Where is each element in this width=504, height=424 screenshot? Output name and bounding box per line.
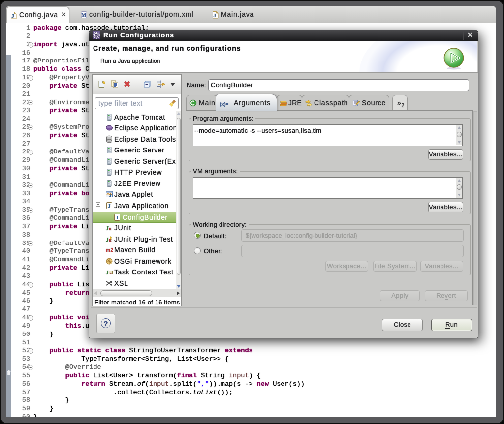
svg-text:J: J	[213, 12, 216, 18]
svg-text:J: J	[109, 193, 112, 198]
svg-text:J: J	[106, 269, 109, 276]
svg-text:M: M	[81, 12, 86, 18]
svg-text:u: u	[109, 226, 112, 231]
svg-text:m2: m2	[106, 247, 113, 253]
svg-text:J: J	[116, 214, 119, 220]
svg-text:J: J	[11, 13, 14, 19]
svg-text:J: J	[108, 203, 111, 209]
svg-text:u: u	[110, 271, 112, 275]
